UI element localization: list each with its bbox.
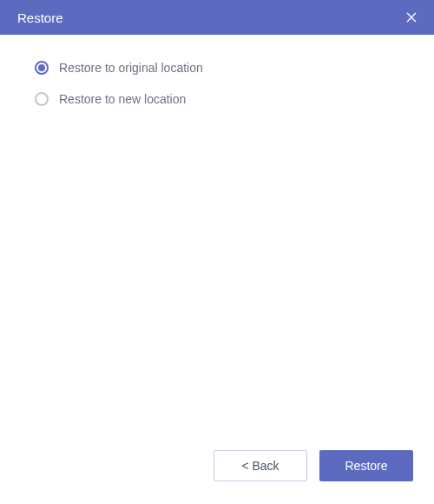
dialog-title: Restore (17, 10, 63, 25)
radio-label-new: Restore to new location (59, 92, 186, 106)
close-button[interactable] (401, 7, 422, 28)
radio-indicator-selected (35, 61, 49, 75)
dialog-header: Restore (0, 0, 434, 35)
radio-indicator-unselected (35, 92, 49, 106)
back-button[interactable]: < Back (214, 450, 307, 481)
radio-option-original-location[interactable]: Restore to original location (35, 61, 399, 75)
restore-button[interactable]: Restore (319, 450, 413, 481)
dialog-content: Restore to original location Restore to … (0, 35, 434, 433)
dialog-footer: < Back Restore (0, 433, 434, 504)
restore-location-radio-group: Restore to original location Restore to … (35, 61, 399, 106)
radio-dot-icon (38, 64, 45, 71)
radio-label-original: Restore to original location (59, 61, 203, 75)
radio-option-new-location[interactable]: Restore to new location (35, 92, 399, 106)
close-icon (404, 10, 418, 24)
